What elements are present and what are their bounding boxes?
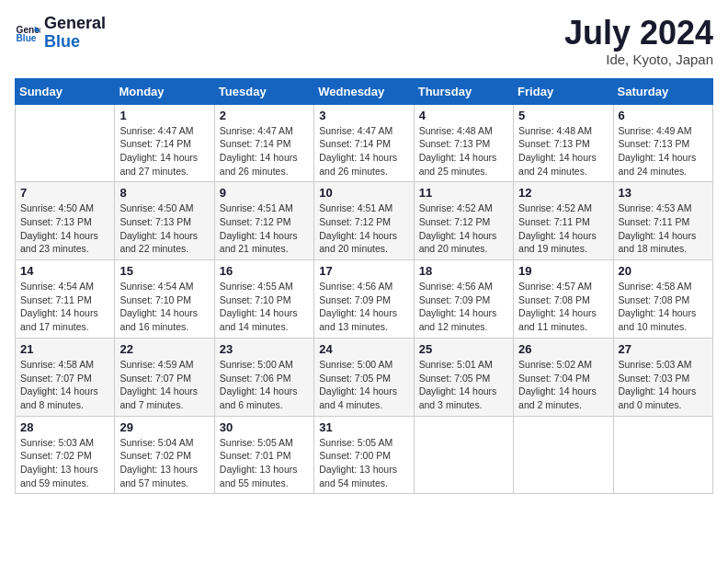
calendar-cell: 17Sunrise: 4:56 AM Sunset: 7:09 PM Dayli… [314,260,414,339]
day-number: 11 [419,186,508,200]
logo-line1: General Blue [44,15,106,52]
calendar-cell: 11Sunrise: 4:52 AM Sunset: 7:12 PM Dayli… [414,182,513,260]
day-info: Sunrise: 4:57 AM Sunset: 7:08 PM Dayligh… [518,280,608,334]
calendar-cell: 4Sunrise: 4:48 AM Sunset: 7:13 PM Daylig… [414,104,513,182]
day-info: Sunrise: 4:50 AM Sunset: 7:13 PM Dayligh… [119,201,209,256]
day-number: 12 [518,186,608,200]
header-saturday: Saturday [613,78,712,104]
day-number: 7 [20,186,109,200]
day-info: Sunrise: 5:04 AM Sunset: 7:02 PM Dayligh… [119,436,209,490]
day-number: 29 [119,420,209,434]
calendar-cell: 22Sunrise: 4:59 AM Sunset: 7:07 PM Dayli… [115,338,214,416]
calendar-cell: 15Sunrise: 4:54 AM Sunset: 7:10 PM Dayli… [115,260,214,339]
logo-icon: General Blue [15,20,40,46]
day-info: Sunrise: 5:01 AM Sunset: 7:05 PM Dayligh… [419,358,508,412]
day-number: 16 [220,264,309,278]
day-number: 20 [619,264,708,278]
day-info: Sunrise: 4:51 AM Sunset: 7:12 PM Dayligh… [220,201,309,256]
day-number: 18 [419,264,508,278]
calendar-cell [613,416,712,494]
day-info: Sunrise: 5:03 AM Sunset: 7:02 PM Dayligh… [20,436,109,490]
day-info: Sunrise: 4:58 AM Sunset: 7:08 PM Dayligh… [619,280,708,334]
calendar-cell: 21Sunrise: 4:58 AM Sunset: 7:07 PM Dayli… [16,338,115,416]
calendar-row-3: 14Sunrise: 4:54 AM Sunset: 7:11 PM Dayli… [16,260,713,339]
calendar-table: Sunday Monday Tuesday Wednesday Thursday… [15,78,713,495]
calendar-row-2: 7Sunrise: 4:50 AM Sunset: 7:13 PM Daylig… [16,182,713,260]
calendar-row-5: 28Sunrise: 5:03 AM Sunset: 7:02 PM Dayli… [16,416,713,494]
day-number: 6 [619,109,708,122]
header-friday: Friday [514,78,613,104]
day-info: Sunrise: 5:00 AM Sunset: 7:06 PM Dayligh… [220,358,309,412]
day-info: Sunrise: 5:00 AM Sunset: 7:05 PM Dayligh… [319,358,408,412]
header-row: Sunday Monday Tuesday Wednesday Thursday… [16,78,713,104]
day-info: Sunrise: 4:52 AM Sunset: 7:12 PM Dayligh… [419,201,508,256]
day-info: Sunrise: 5:05 AM Sunset: 7:00 PM Dayligh… [319,436,408,490]
calendar-cell: 30Sunrise: 5:05 AM Sunset: 7:01 PM Dayli… [214,416,313,494]
day-number: 14 [20,264,109,278]
day-number: 10 [319,186,408,200]
day-info: Sunrise: 4:54 AM Sunset: 7:10 PM Dayligh… [119,280,209,334]
day-number: 1 [119,109,209,122]
calendar-cell: 31Sunrise: 5:05 AM Sunset: 7:00 PM Dayli… [314,416,414,494]
header-tuesday: Tuesday [214,78,313,104]
calendar-cell: 14Sunrise: 4:54 AM Sunset: 7:11 PM Dayli… [16,260,115,339]
day-info: Sunrise: 4:50 AM Sunset: 7:13 PM Dayligh… [20,201,109,256]
calendar-cell: 19Sunrise: 4:57 AM Sunset: 7:08 PM Dayli… [514,260,613,339]
day-number: 2 [220,109,309,122]
location: Ide, Kyoto, Japan [564,52,713,67]
calendar-cell [16,104,115,182]
day-info: Sunrise: 4:52 AM Sunset: 7:11 PM Dayligh… [518,201,608,256]
day-number: 31 [319,420,408,434]
calendar-cell: 24Sunrise: 5:00 AM Sunset: 7:05 PM Dayli… [314,338,414,416]
day-number: 27 [619,342,708,356]
day-number: 26 [518,342,608,356]
day-number: 13 [619,186,708,200]
calendar-cell: 9Sunrise: 4:51 AM Sunset: 7:12 PM Daylig… [214,182,313,260]
logo: General Blue General Blue [15,15,106,52]
day-info: Sunrise: 4:47 AM Sunset: 7:14 PM Dayligh… [319,124,408,178]
day-number: 3 [319,109,408,122]
calendar-row-1: 1Sunrise: 4:47 AM Sunset: 7:14 PM Daylig… [16,104,713,182]
day-number: 24 [319,342,408,356]
day-number: 17 [319,264,408,278]
page-header: General Blue General Blue July 2024 Ide,… [15,15,713,67]
day-info: Sunrise: 4:58 AM Sunset: 7:07 PM Dayligh… [20,358,109,412]
day-number: 22 [119,342,209,356]
day-number: 28 [20,420,109,434]
calendar-cell: 28Sunrise: 5:03 AM Sunset: 7:02 PM Dayli… [16,416,115,494]
calendar-cell: 16Sunrise: 4:55 AM Sunset: 7:10 PM Dayli… [214,260,313,339]
calendar-cell: 1Sunrise: 4:47 AM Sunset: 7:14 PM Daylig… [115,104,214,182]
day-info: Sunrise: 4:59 AM Sunset: 7:07 PM Dayligh… [119,358,209,412]
day-info: Sunrise: 5:02 AM Sunset: 7:04 PM Dayligh… [518,358,608,412]
calendar-cell: 7Sunrise: 4:50 AM Sunset: 7:13 PM Daylig… [16,182,115,260]
calendar-cell: 13Sunrise: 4:53 AM Sunset: 7:11 PM Dayli… [613,182,712,260]
svg-text:Blue: Blue [17,33,37,43]
calendar-cell: 23Sunrise: 5:00 AM Sunset: 7:06 PM Dayli… [214,338,313,416]
calendar-cell: 8Sunrise: 4:50 AM Sunset: 7:13 PM Daylig… [115,182,214,260]
day-info: Sunrise: 4:49 AM Sunset: 7:13 PM Dayligh… [619,124,708,178]
day-number: 21 [20,342,109,356]
day-number: 25 [419,342,508,356]
calendar-cell: 26Sunrise: 5:02 AM Sunset: 7:04 PM Dayli… [514,338,613,416]
month-title: July 2024 [564,15,713,52]
day-number: 30 [220,420,309,434]
header-wednesday: Wednesday [314,78,414,104]
calendar-cell: 29Sunrise: 5:04 AM Sunset: 7:02 PM Dayli… [115,416,214,494]
day-number: 8 [119,186,209,200]
day-info: Sunrise: 5:05 AM Sunset: 7:01 PM Dayligh… [220,436,309,490]
day-info: Sunrise: 4:56 AM Sunset: 7:09 PM Dayligh… [419,280,508,334]
calendar-row-4: 21Sunrise: 4:58 AM Sunset: 7:07 PM Dayli… [16,338,713,416]
day-info: Sunrise: 5:03 AM Sunset: 7:03 PM Dayligh… [619,358,708,412]
day-info: Sunrise: 4:48 AM Sunset: 7:13 PM Dayligh… [419,124,508,178]
day-number: 15 [119,264,209,278]
day-info: Sunrise: 4:54 AM Sunset: 7:11 PM Dayligh… [20,280,109,334]
calendar-cell: 10Sunrise: 4:51 AM Sunset: 7:12 PM Dayli… [314,182,414,260]
calendar-cell [414,416,513,494]
calendar-cell: 3Sunrise: 4:47 AM Sunset: 7:14 PM Daylig… [314,104,414,182]
day-number: 19 [518,264,608,278]
calendar-cell [514,416,613,494]
calendar-cell: 5Sunrise: 4:48 AM Sunset: 7:13 PM Daylig… [514,104,613,182]
calendar-cell: 18Sunrise: 4:56 AM Sunset: 7:09 PM Dayli… [414,260,513,339]
calendar-cell: 2Sunrise: 4:47 AM Sunset: 7:14 PM Daylig… [214,104,313,182]
day-number: 9 [220,186,309,200]
